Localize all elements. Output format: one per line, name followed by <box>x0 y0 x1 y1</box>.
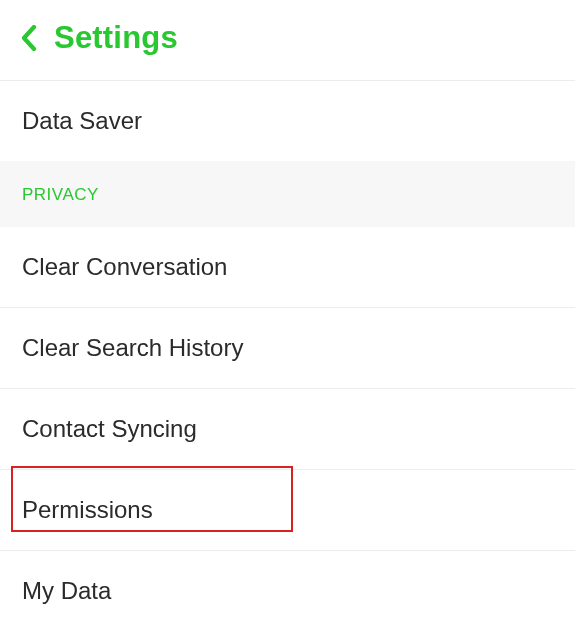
row-label: Data Saver <box>22 107 142 134</box>
row-label: Permissions <box>22 496 153 523</box>
row-label: Clear Search History <box>22 334 243 361</box>
row-label: Clear Conversation <box>22 253 227 280</box>
row-clear-search-history[interactable]: Clear Search History <box>0 308 575 388</box>
section-header-privacy: PRIVACY <box>0 161 575 227</box>
row-label: Contact Syncing <box>22 415 197 442</box>
row-contact-syncing[interactable]: Contact Syncing <box>0 389 575 469</box>
row-label: My Data <box>22 577 111 604</box>
row-data-saver[interactable]: Data Saver <box>0 81 575 161</box>
row-clear-conversation[interactable]: Clear Conversation <box>0 227 575 307</box>
section-header-label: PRIVACY <box>22 185 99 204</box>
row-permissions[interactable]: Permissions <box>0 470 575 550</box>
header-bar: Settings <box>0 0 575 80</box>
back-icon[interactable] <box>18 24 40 52</box>
row-my-data[interactable]: My Data <box>0 551 575 622</box>
page-title: Settings <box>54 20 178 56</box>
